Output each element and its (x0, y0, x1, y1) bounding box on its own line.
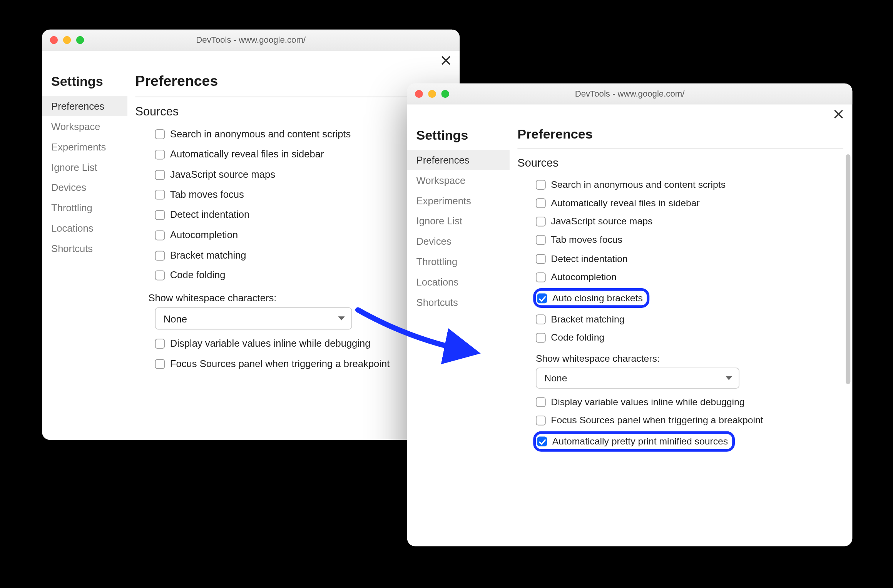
option-label: Code folding (551, 332, 847, 344)
titlebar[interactable]: DevTools - www.google.com/ (42, 30, 460, 51)
chevron-down-icon (338, 316, 345, 320)
option-row[interactable]: Automatically reveal files in sidebar (135, 144, 454, 164)
option-label: Autocompletion (551, 271, 847, 283)
checkbox[interactable] (536, 180, 546, 190)
checkbox[interactable] (537, 293, 547, 303)
checkbox[interactable] (155, 271, 165, 281)
checkbox[interactable] (536, 416, 546, 426)
option-row[interactable]: Autocompletion (517, 267, 847, 286)
checkbox[interactable] (155, 251, 165, 261)
option-label: Detect indentation (551, 252, 847, 264)
option-row[interactable]: Display variable values inline while deb… (135, 334, 454, 354)
checkbox[interactable] (155, 170, 165, 180)
close-window-button[interactable] (415, 90, 423, 97)
checkbox[interactable] (155, 210, 165, 220)
nav-devices[interactable]: Devices (407, 231, 510, 252)
titlebar[interactable]: DevTools - www.google.com/ (407, 84, 853, 105)
option-row[interactable]: Code folding (517, 328, 847, 347)
close-icon[interactable] (440, 55, 452, 67)
option-row[interactable]: JavaScript source maps (517, 212, 847, 231)
option-row[interactable]: Detect indentation (135, 205, 454, 225)
highlighted-option-pretty-print[interactable]: Automatically pretty print minified sour… (533, 431, 734, 451)
highlighted-option-auto-closing-brackets[interactable]: Auto closing brackets (533, 288, 649, 308)
whitespace-label: Show whitespace characters: (517, 347, 847, 368)
option-row[interactable]: Detect indentation (517, 249, 847, 267)
nav-workspace[interactable]: Workspace (42, 116, 127, 137)
minimize-window-button[interactable] (428, 90, 436, 97)
devtools-window-after: DevTools - www.google.com/ Settings Pref… (407, 84, 853, 546)
checkbox[interactable] (155, 129, 165, 139)
scrollbar[interactable] (846, 154, 850, 384)
sidebar-title: Settings (407, 125, 510, 150)
option-label: JavaScript source maps (551, 215, 847, 227)
checkbox[interactable] (536, 217, 546, 227)
preferences-panel: Preferences Sources Search in anonymous … (510, 124, 853, 546)
checkbox[interactable] (536, 333, 546, 343)
checkbox[interactable] (536, 235, 546, 245)
checkbox[interactable] (536, 272, 546, 282)
panel-title: Preferences (517, 127, 843, 149)
window-title: DevTools - www.google.com/ (407, 89, 853, 99)
nav-ignore-list[interactable]: Ignore List (42, 157, 127, 177)
nav-throttling[interactable]: Throttling (407, 251, 510, 272)
devtools-window-before: DevTools - www.google.com/ Settings Pref… (42, 30, 460, 440)
whitespace-select[interactable]: None (536, 368, 739, 389)
section-sources: Sources (135, 105, 454, 119)
nav-devices[interactable]: Devices (42, 177, 127, 198)
nav-preferences[interactable]: Preferences (42, 96, 127, 116)
nav-shortcuts[interactable]: Shortcuts (42, 238, 127, 259)
nav-locations[interactable]: Locations (42, 218, 127, 238)
nav-experiments[interactable]: Experiments (407, 190, 510, 211)
nav-shortcuts[interactable]: Shortcuts (407, 292, 510, 312)
checkbox[interactable] (537, 437, 547, 447)
checkbox[interactable] (536, 397, 546, 407)
traffic-lights (407, 90, 449, 97)
settings-sidebar: Settings Preferences Workspace Experimen… (407, 124, 510, 546)
option-row[interactable]: Display variable values inline while deb… (517, 393, 847, 411)
option-row[interactable]: Focus Sources panel when triggering a br… (135, 354, 454, 374)
checkbox[interactable] (536, 254, 546, 264)
select-value: None (164, 313, 187, 324)
option-row[interactable]: Code folding (135, 266, 454, 286)
checkbox[interactable] (155, 339, 165, 349)
option-label: Automatically pretty print minified sour… (552, 436, 728, 448)
option-row[interactable]: Autocompletion (135, 225, 454, 245)
option-row[interactable]: Bracket matching (517, 310, 847, 328)
option-label: Auto closing brackets (552, 292, 643, 304)
option-label: Tab moves focus (551, 234, 847, 246)
settings-sidebar: Settings Preferences Workspace Experimen… (42, 70, 127, 440)
nav-experiments[interactable]: Experiments (42, 137, 127, 157)
option-row[interactable]: Search in anonymous and content scripts (517, 175, 847, 194)
option-row[interactable]: Search in anonymous and content scripts (135, 124, 454, 144)
checkbox[interactable] (536, 198, 546, 208)
option-label: Display variable values inline while deb… (551, 396, 847, 408)
checkbox[interactable] (155, 230, 165, 240)
option-label: Focus Sources panel when triggering a br… (551, 414, 847, 426)
nav-workspace[interactable]: Workspace (407, 170, 510, 190)
option-label: Bracket matching (551, 313, 847, 325)
close-icon[interactable] (833, 108, 845, 120)
option-row[interactable]: Focus Sources panel when triggering a br… (517, 411, 847, 429)
option-row[interactable]: Automatically reveal files in sidebar (517, 194, 847, 212)
option-row[interactable]: Tab moves focus (517, 231, 847, 249)
option-row[interactable]: Tab moves focus (135, 185, 454, 205)
nav-preferences[interactable]: Preferences (407, 150, 510, 170)
zoom-window-button[interactable] (76, 36, 84, 43)
nav-locations[interactable]: Locations (407, 272, 510, 292)
option-row[interactable]: Bracket matching (135, 245, 454, 265)
checkbox[interactable] (155, 359, 165, 369)
whitespace-label: Show whitespace characters: (135, 286, 454, 307)
checkbox[interactable] (536, 314, 546, 324)
checkbox[interactable] (155, 150, 165, 160)
checkbox[interactable] (155, 190, 165, 200)
window-title: DevTools - www.google.com/ (42, 35, 460, 45)
nav-throttling[interactable]: Throttling (42, 198, 127, 218)
option-row[interactable]: JavaScript source maps (135, 164, 454, 184)
minimize-window-button[interactable] (63, 36, 71, 43)
close-window-button[interactable] (50, 36, 58, 43)
whitespace-select[interactable]: None (155, 307, 352, 329)
nav-ignore-list[interactable]: Ignore List (407, 211, 510, 231)
zoom-window-button[interactable] (441, 90, 449, 97)
panel-title: Preferences (135, 73, 450, 97)
traffic-lights (42, 36, 84, 43)
